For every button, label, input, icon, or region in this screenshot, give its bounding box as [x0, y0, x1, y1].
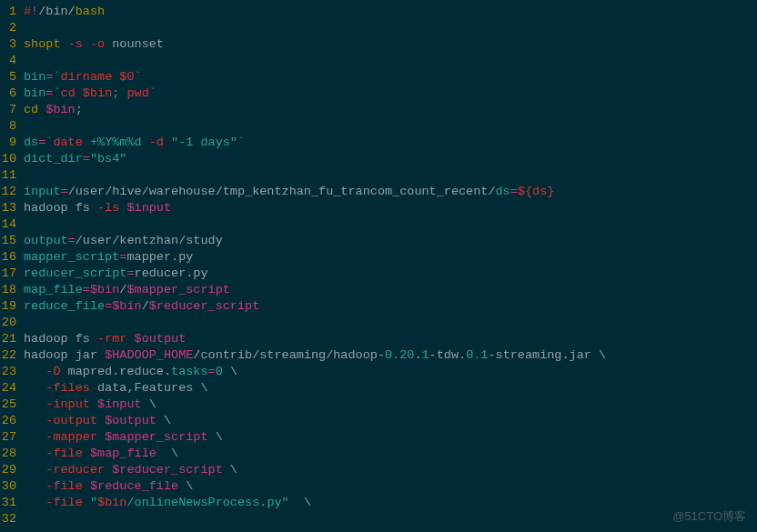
- code-line[interactable]: 9ds=`date +%Y%m%d -d "-1 days"`: [0, 135, 757, 151]
- code-content[interactable]: -file "$bin/onlineNewsProcess.py" \: [24, 495, 757, 511]
- code-line[interactable]: 32: [0, 511, 757, 527]
- code-line[interactable]: 2: [0, 20, 757, 36]
- line-number: 21: [0, 331, 24, 347]
- code-line[interactable]: 30 -file $reduce_file \: [0, 478, 757, 495]
- code-content[interactable]: dict_dir="bs4": [24, 151, 757, 167]
- token: $map_file: [90, 447, 156, 460]
- code-content[interactable]: reduce_file=$bin/$reducer_script: [24, 298, 757, 315]
- token: ;: [76, 103, 83, 116]
- token: [61, 37, 68, 51]
- code-line[interactable]: 13hadoop fs -ls $input: [0, 200, 757, 216]
- code-content[interactable]: #!/bin/bash: [24, 4, 757, 20]
- code-content[interactable]: hadoop jar $HADOOP_HOME/contrib/streamin…: [24, 347, 757, 364]
- token: $bin: [45, 103, 75, 116]
- line-number: 2: [0, 20, 24, 36]
- code-content[interactable]: [24, 167, 757, 184]
- code-editor[interactable]: 1#!/bin/bash23shopt -s -o nounset45bin=`…: [0, 0, 757, 527]
- code-line[interactable]: 20: [0, 315, 757, 331]
- line-number: 5: [0, 69, 24, 85]
- line-number: 27: [0, 429, 24, 446]
- code-line[interactable]: 3shopt -s -o nounset: [0, 36, 757, 53]
- token: shopt: [24, 37, 61, 51]
- line-number: 11: [0, 167, 24, 184]
- code-line[interactable]: 14: [0, 216, 757, 233]
- token: =: [126, 266, 134, 280]
- watermark: @51CTO博客: [672, 508, 746, 525]
- code-line[interactable]: 21hadoop fs -rmr $output: [0, 331, 757, 347]
- code-line[interactable]: 24 -files data,Features \: [0, 380, 757, 396]
- token: input: [24, 185, 61, 198]
- token: [76, 86, 83, 100]
- code-content[interactable]: cd $bin;: [24, 102, 757, 118]
- code-content[interactable]: input=/user/hive/warehouse/tmp_kentzhan_…: [24, 184, 757, 200]
- code-content[interactable]: [24, 315, 757, 331]
- token: [83, 496, 90, 509]
- code-line[interactable]: 31 -file "$bin/onlineNewsProcess.py" \: [0, 495, 757, 511]
- code-content[interactable]: -output $output \: [24, 413, 757, 429]
- code-line[interactable]: 17reducer_script=reducer.py: [0, 266, 757, 282]
- code-line[interactable]: 4: [0, 53, 757, 69]
- token: \: [156, 447, 178, 460]
- code-content[interactable]: bin=`dirname $0`: [24, 69, 757, 85]
- code-line[interactable]: 6bin=`cd $bin; pwd`: [0, 85, 757, 102]
- code-line[interactable]: 11: [0, 167, 757, 184]
- token: nounset: [105, 37, 164, 51]
- code-content[interactable]: [24, 511, 757, 527]
- code-content[interactable]: [24, 53, 757, 69]
- token: `: [237, 136, 245, 149]
- code-content[interactable]: reducer_script=reducer.py: [24, 266, 757, 282]
- code-content[interactable]: -mapper $mapper_script \: [24, 429, 757, 446]
- code-line[interactable]: 8: [0, 118, 757, 135]
- code-line[interactable]: 22hadoop jar $HADOOP_HOME/contrib/stream…: [0, 347, 757, 364]
- code-content[interactable]: [24, 20, 757, 36]
- code-content[interactable]: bin=`cd $bin; pwd`: [24, 85, 757, 102]
- code-line[interactable]: 19reduce_file=$bin/$reducer_script: [0, 298, 757, 315]
- token: +%Y%m%d: [83, 136, 149, 149]
- code-content[interactable]: hadoop fs -rmr $output: [24, 331, 757, 347]
- line-number: 16: [0, 249, 24, 266]
- code-line[interactable]: 5bin=`dirname $0`: [0, 69, 757, 85]
- token: mapper.py: [126, 250, 193, 264]
- line-number: 19: [0, 298, 24, 315]
- code-content[interactable]: ds=`date +%Y%m%d -d "-1 days"`: [24, 135, 757, 151]
- code-line[interactable]: 1#!/bin/bash: [0, 4, 757, 20]
- code-content[interactable]: -reducer $reducer_script \: [24, 462, 757, 478]
- code-content[interactable]: map_file=$bin/$mapper_script: [24, 282, 757, 298]
- code-content[interactable]: hadoop fs -ls $input: [24, 200, 757, 216]
- code-line[interactable]: 18map_file=$bin/$mapper_script: [0, 282, 757, 298]
- code-line[interactable]: 7cd $bin;: [0, 102, 757, 118]
- code-line[interactable]: 29 -reducer $reducer_script \: [0, 462, 757, 478]
- token: mapper_script: [24, 250, 119, 264]
- code-line[interactable]: 12input=/user/hive/warehouse/tmp_kentzha…: [0, 184, 757, 200]
- token: [97, 414, 105, 427]
- line-number: 7: [0, 102, 24, 118]
- code-line[interactable]: 10dict_dir="bs4": [0, 151, 757, 167]
- code-content[interactable]: -D mapred.reduce.tasks=0 \: [24, 364, 757, 380]
- code-line[interactable]: 25 -input $input \: [0, 396, 757, 413]
- line-number: 18: [0, 282, 24, 298]
- code-line[interactable]: 27 -mapper $mapper_script \: [0, 429, 757, 446]
- code-line[interactable]: 16mapper_script=mapper.py: [0, 249, 757, 266]
- code-line[interactable]: 28 -file $map_file \: [0, 446, 757, 462]
- code-content[interactable]: mapper_script=mapper.py: [24, 249, 757, 266]
- token: \: [289, 496, 311, 509]
- token: bin: [24, 86, 45, 100]
- code-content[interactable]: shopt -s -o nounset: [24, 36, 757, 53]
- token: =: [61, 185, 68, 198]
- token: pwd: [126, 86, 148, 100]
- token: cd: [61, 86, 76, 100]
- code-content[interactable]: -input $input \: [24, 396, 757, 413]
- code-content[interactable]: [24, 216, 757, 233]
- token: $mapper_script: [126, 283, 229, 296]
- code-line[interactable]: 26 -output $output \: [0, 413, 757, 429]
- code-content[interactable]: -files data,Features \: [24, 380, 757, 396]
- code-content[interactable]: -file $reduce_file \: [24, 478, 757, 495]
- code-line[interactable]: 15output=/user/kentzhan/study: [0, 233, 757, 249]
- code-line[interactable]: 23 -D mapred.reduce.tasks=0 \: [0, 364, 757, 380]
- code-content[interactable]: [24, 118, 757, 135]
- code-content[interactable]: -file $map_file \: [24, 446, 757, 462]
- line-number: 14: [0, 216, 24, 233]
- token: /onlineNewsProcess.py": [126, 496, 288, 509]
- code-content[interactable]: output=/user/kentzhan/study: [24, 233, 757, 249]
- line-number: 30: [0, 478, 24, 495]
